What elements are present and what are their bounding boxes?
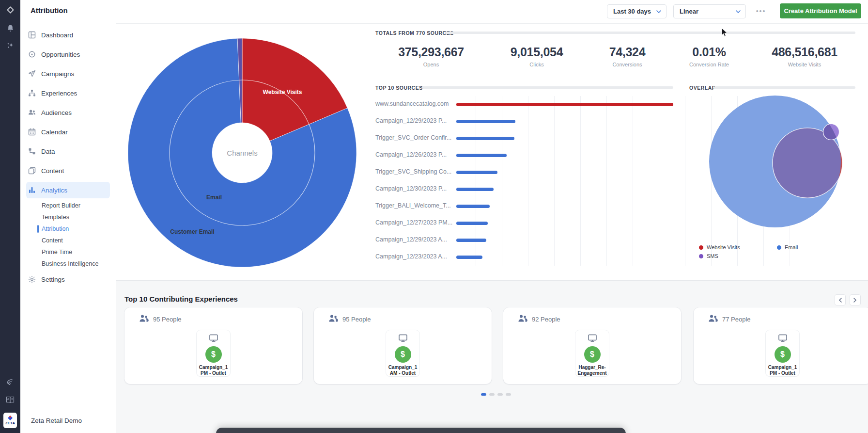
create-attribution-model-button[interactable]: Create Attribution Model — [780, 3, 861, 18]
stat-value: 375,293,667 — [398, 45, 464, 59]
campaign-label-line1: Campaign_1 — [388, 365, 417, 370]
carousel-dot-2[interactable] — [489, 393, 495, 396]
sidebar-subitem-attribution[interactable]: Attribution — [20, 223, 116, 235]
experience-node[interactable]: $Campaign_1PM - Outlet — [197, 330, 230, 376]
people-count: 77 People — [722, 316, 751, 323]
sidebar-subitem-report-builder[interactable]: Report Builder — [20, 200, 116, 211]
sidebar-item-label: Analytics — [41, 187, 67, 194]
campaign-label-line1: Campaign_1 — [199, 365, 228, 370]
sunburst-center-label: Channels — [227, 149, 257, 157]
experience-node[interactable]: $Campaign_1PM - Outlet — [766, 330, 799, 376]
card-people: 92 People — [518, 315, 560, 324]
carousel-dot-4[interactable] — [506, 393, 511, 396]
source-bar — [456, 171, 497, 174]
zeta-diamond-icon — [8, 416, 13, 420]
sparkles-icon[interactable] — [0, 42, 20, 49]
people-count: 92 People — [532, 316, 560, 323]
source-row-label: Campaign_12/30/2023 P... — [375, 185, 454, 192]
source-bar — [456, 188, 494, 191]
people-icon — [139, 315, 149, 324]
dollar-icon: $ — [205, 346, 222, 363]
experiences-heading: Top 10 Contributing Experiences — [124, 295, 238, 303]
sidebar-item-calendar[interactable]: Calendar — [20, 122, 116, 142]
campaigns-icon — [28, 70, 36, 78]
legend-item-sms[interactable]: SMS — [699, 253, 718, 259]
carousel-dot-1[interactable] — [481, 393, 486, 396]
source-row-label: Campaign_12/29/2023 P... — [375, 117, 454, 124]
app-rail: ZETA — [0, 0, 20, 433]
experience-node[interactable]: $Haggar_Re-Engagement — [575, 330, 609, 376]
stat-label: Clicks — [511, 62, 563, 67]
sidebar-item-campaigns[interactable]: Campaigns — [20, 64, 116, 83]
dollar-icon: $ — [775, 346, 791, 363]
sidebar-item-audiences[interactable]: Audiences — [20, 103, 116, 122]
carousel-prev-button[interactable] — [835, 294, 846, 305]
sidebar-subitem-content[interactable]: Content — [20, 235, 116, 246]
dollar-icon: $ — [395, 346, 411, 363]
legend-label: Email — [785, 244, 798, 250]
carousel-next-button[interactable] — [850, 294, 861, 305]
top-sources-divider-line — [422, 86, 673, 89]
experience-node[interactable]: $Campaign_1AM - Outlet — [386, 330, 419, 376]
stat-conversion-rate: 0.01%Conversion Rate — [689, 45, 729, 67]
sidebar-subitem-templates[interactable]: Templates — [20, 211, 116, 223]
sidebar-item-experiences[interactable]: Experiences — [20, 83, 116, 103]
stat-value: 486,516,681 — [772, 45, 837, 59]
topbar: Attribution Last 30 days Linear ••• Crea… — [20, 0, 868, 24]
source-bar — [456, 154, 507, 157]
stat-opens: 375,293,667Opens — [398, 45, 464, 67]
bottom-window-peek[interactable] — [216, 428, 626, 433]
sidebar-item-analytics[interactable]: Analytics — [26, 182, 110, 198]
experience-card[interactable]: 77 People$Campaign_1PM - Outlet — [694, 307, 868, 384]
date-range-select[interactable]: Last 30 days — [607, 4, 666, 18]
sidebar-item-dashboard[interactable]: Dashboard — [20, 25, 116, 45]
stat-label: Opens — [398, 62, 464, 67]
campaign-label-line1: Campaign_1 — [768, 365, 797, 370]
audiences-icon — [28, 109, 36, 116]
sidebar-item-data[interactable]: Data — [20, 142, 116, 161]
sidebar-item-label: Opportunities — [41, 51, 80, 58]
date-range-value: Last 30 days — [613, 8, 651, 15]
settings-icon — [28, 275, 36, 283]
gridline — [528, 96, 528, 266]
sidebar-item-settings[interactable]: Settings — [20, 270, 116, 289]
legend-item-email[interactable]: Email — [777, 244, 798, 250]
zeta-badge-label: ZETA — [5, 421, 15, 425]
sidebar-item-content[interactable]: Content — [20, 161, 116, 180]
experience-card[interactable]: 95 People$Campaign_1AM - Outlet — [314, 307, 492, 384]
source-bar — [456, 120, 515, 123]
legend-label: SMS — [707, 253, 718, 259]
sidebar: DashboardOpportunitiesCampaignsExperienc… — [20, 23, 116, 433]
sidebar-item-label: Settings — [41, 276, 65, 283]
legend-item-website-visits[interactable]: Website Visits — [699, 244, 740, 250]
notifications-bell-icon[interactable] — [0, 24, 20, 32]
carousel-dot-3[interactable] — [497, 393, 503, 396]
model-type-select[interactable]: Linear — [673, 4, 746, 18]
campaign-label-line1: Haggar_Re- — [578, 365, 605, 370]
sidebar-subitem-prime-time[interactable]: Prime Time — [20, 246, 116, 258]
monitor-icon — [588, 334, 597, 342]
zeta-logo-icon[interactable] — [0, 6, 20, 14]
zeta-workspace-badge[interactable]: ZETA — [3, 413, 17, 428]
card-people: 95 People — [139, 315, 182, 324]
source-row-label: Trigger_BALI_Welcome_T... — [375, 202, 454, 209]
source-bar — [456, 256, 482, 259]
sidebar-item-opportunities[interactable]: Opportunities — [20, 45, 116, 64]
experience-card[interactable]: 92 People$Haggar_Re-Engagement — [503, 307, 681, 384]
sidebar-subitem-business-intelligence[interactable]: Business Intelligence — [20, 258, 116, 270]
sunburst-label-customer-email: Customer Email — [170, 228, 214, 235]
experience-card[interactable]: 95 People$Campaign_1PM - Outlet — [124, 307, 302, 384]
sidebar-item-label: Dashboard — [41, 32, 73, 39]
people-icon — [518, 315, 527, 324]
signal-icon[interactable] — [0, 378, 20, 387]
knowledge-book-icon[interactable] — [0, 396, 20, 403]
source-bar — [456, 103, 673, 106]
monitor-icon — [209, 334, 218, 342]
stat-value: 0.01% — [689, 45, 729, 59]
more-options-icon[interactable]: ••• — [753, 6, 769, 16]
legend-dot — [777, 245, 781, 250]
overlap-venn-chart — [678, 81, 868, 241]
dashboard-icon — [28, 31, 36, 39]
attribution-dashboard: ZETA Attribution Last 30 days Linear •••… — [0, 0, 868, 433]
gridline — [554, 96, 555, 266]
